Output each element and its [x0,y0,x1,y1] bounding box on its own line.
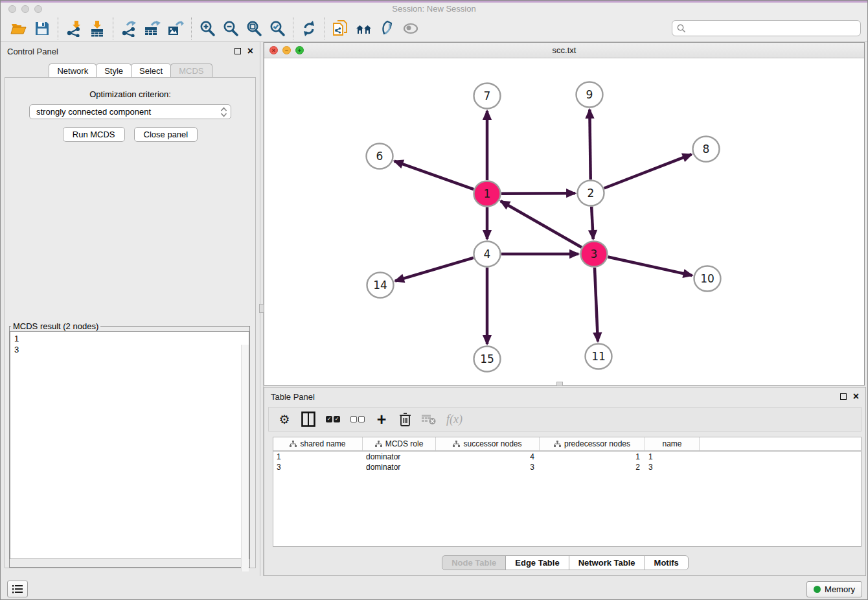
network-view-window: × − + scc.txt 1234678910111415 [264,42,865,386]
tab-select[interactable]: Select [131,63,171,78]
delete-column-icon[interactable] [398,411,411,427]
table-tab-edge-table[interactable]: Edge Table [505,555,569,570]
search-field[interactable] [672,20,861,36]
edge-1-to-2[interactable] [501,193,575,194]
network-window-title: scc.txt [264,43,864,58]
maximize-window-button[interactable] [34,5,42,13]
show-hide-icon[interactable] [399,17,422,40]
network-close-button[interactable]: × [269,46,278,54]
graph-node-3[interactable]: 3 [581,242,608,267]
column-header-name[interactable]: name [645,437,700,450]
edge-1-to-6[interactable] [394,161,474,189]
table-row[interactable]: 3dominator323 [273,462,861,472]
result-scrollbar[interactable] [241,345,249,571]
create-column-icon[interactable]: + [375,411,388,427]
graph-node-8[interactable]: 8 [693,137,720,162]
float-panel-icon[interactable] [234,48,241,54]
close-panel-button[interactable]: Close panel [134,127,198,142]
edge-2-to-8[interactable] [604,154,692,188]
mcds-result-text[interactable]: 1 3 [10,331,249,559]
table-cell[interactable]: dominator [363,452,436,462]
minimize-window-button[interactable] [21,5,29,13]
mcds-result-box: MCDS result (2 nodes) 1 3 [9,321,250,568]
criterion-dropdown[interactable]: strongly connected component [29,104,231,119]
edge-4-to-14[interactable] [395,258,474,281]
column-header-MCDS-role[interactable]: MCDS role [363,437,436,450]
mcds-result-title: MCDS result (2 nodes) [11,321,100,331]
clone-network-icon[interactable] [329,17,352,40]
graph-node-4[interactable]: 4 [474,242,501,267]
table-cell[interactable]: 4 [436,452,540,462]
close-table-panel-icon[interactable]: × [853,393,859,400]
edge-3-to-10[interactable] [608,257,692,275]
zoom-out-icon[interactable] [219,17,242,40]
column-header-successor-nodes[interactable]: successor nodes [436,437,540,450]
import-table-icon[interactable] [86,17,109,40]
zoom-in-icon[interactable] [196,17,219,40]
show-columns-icon[interactable] [301,411,315,427]
first-neighbors-icon[interactable] [352,17,376,40]
table-cell[interactable]: 1 [645,452,700,462]
edge-3-to-11[interactable] [595,268,598,341]
table-cell[interactable]: 3 [436,462,540,472]
table-tab-node-table[interactable]: Node Table [442,555,506,570]
graph-node-7[interactable]: 7 [474,84,501,109]
export-image-icon[interactable] [164,17,187,40]
window-controls[interactable] [8,5,42,13]
graph-node-14[interactable]: 14 [367,273,394,298]
table-cell[interactable]: 1 [273,452,363,462]
float-table-panel-icon[interactable] [840,393,847,400]
toolbar-separator [113,17,113,40]
import-network-icon[interactable] [62,17,86,40]
select-all-icon[interactable]: ✓✓ [326,411,340,427]
show-panels-button[interactable] [7,581,28,597]
graph-node-6[interactable]: 6 [367,144,393,169]
save-session-icon[interactable] [30,17,54,40]
table-cell[interactable]: 3 [273,462,363,472]
toolbar-separator [191,17,192,40]
table-cell[interactable]: 3 [645,462,700,472]
network-minimize-button[interactable]: − [282,46,291,54]
graph-node-1[interactable]: 1 [474,181,501,207]
run-mcds-button[interactable]: Run MCDS [63,127,125,142]
annotation-icon[interactable] [376,17,399,40]
export-network-icon[interactable] [117,17,141,40]
network-canvas[interactable]: 1234678910111415 [264,58,864,385]
node-label: 11 [591,350,606,363]
open-file-icon[interactable] [7,17,30,40]
deselect-all-icon[interactable] [350,411,365,427]
graph-node-10[interactable]: 10 [694,266,721,292]
horizontal-splitter-grip[interactable] [556,382,563,386]
edge-3-to-1[interactable] [501,201,582,247]
apply-layout-icon[interactable] [297,17,321,40]
close-window-button[interactable] [8,5,16,13]
table-tab-motifs[interactable]: Motifs [645,555,689,570]
tab-network[interactable]: Network [49,63,97,78]
edge-2-to-3[interactable] [591,207,593,239]
export-table-icon[interactable] [141,17,164,40]
memory-button[interactable]: Memory [806,581,862,597]
table-tab-network-table[interactable]: Network Table [569,555,645,570]
graph-node-2[interactable]: 2 [578,181,604,206]
table-cell[interactable]: 2 [540,462,645,472]
graph-node-9[interactable]: 9 [577,82,603,108]
network-maximize-button[interactable]: + [295,46,304,54]
zoom-selected-icon[interactable] [266,17,289,40]
tab-style[interactable]: Style [96,63,131,78]
table-settings-icon[interactable]: ⚙ [278,411,291,427]
close-panel-icon[interactable]: × [247,48,253,54]
column-header-predecessor-nodes[interactable]: predecessor nodes [540,437,645,450]
node-label: 9 [586,88,593,101]
table-cell[interactable]: 1 [540,452,645,462]
zoom-fit-icon[interactable] [242,17,266,40]
graph-node-15[interactable]: 15 [474,347,501,372]
node-table[interactable]: shared nameMCDS rolesuccessor nodesprede… [273,437,862,547]
column-header-shared-name[interactable]: shared name [273,437,363,450]
table-row[interactable]: 1dominator411 [273,452,861,462]
edge-2-to-9[interactable] [589,110,590,179]
table-cell[interactable]: dominator [363,462,436,472]
search-input[interactable] [687,22,860,35]
network-window-titlebar[interactable]: × − + scc.txt [264,43,864,58]
tab-mcds[interactable]: MCDS [170,63,212,78]
graph-node-11[interactable]: 11 [586,344,612,369]
